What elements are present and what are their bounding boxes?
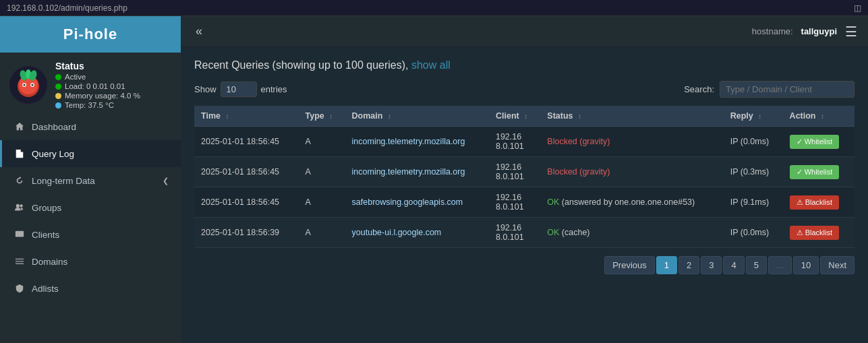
hamburger-button[interactable]: ☰ [845, 24, 857, 40]
whitelist-button[interactable]: ✓ Whitelist [790, 165, 840, 179]
status-cell: Blocked (gravity) [540, 127, 723, 157]
entries-select[interactable]: 10 25 50 100 [221, 82, 257, 97]
time-cell: 2025-01-01 18:56:45 [194, 127, 299, 157]
sidebar-item-label: Query Log [32, 149, 74, 159]
domain-cell: youtube-ui.l.google.com [345, 218, 489, 248]
hostname-label: hostname: [752, 26, 793, 36]
blacklist-button[interactable]: ⚠ Blacklist [790, 195, 839, 210]
table-row: 2025-01-01 18:56:39 A youtube-ui.l.googl… [194, 218, 855, 248]
sidebar: Pi-hole Stat [0, 16, 181, 343]
queries-table: Time ↕ Type ↕ Domain ↕ Client [194, 106, 855, 248]
action-cell[interactable]: ✓ Whitelist [783, 127, 855, 157]
sidebar-item-clients[interactable]: Clients [0, 221, 181, 248]
sort-icon: ↕ [821, 113, 824, 120]
time-column-header[interactable]: Time ↕ [194, 106, 299, 127]
search-label: Search: [684, 84, 714, 94]
client-cell: 192.168.0.101 [489, 157, 540, 187]
time-cell: 2025-01-01 18:56:45 [194, 157, 299, 187]
status-active-line: Active [55, 73, 140, 81]
status-memory-line: Memory usage: 4.0 % [55, 92, 140, 100]
reply-cell: IP (0.3ms) [724, 157, 783, 187]
page-4-button[interactable]: 4 [723, 256, 744, 274]
sidebar-title: Pi-hole [0, 16, 181, 53]
svg-point-7 [24, 84, 26, 86]
status-column-header[interactable]: Status ↕ [540, 106, 723, 127]
svg-rect-15 [16, 261, 24, 261]
action-cell[interactable]: ⚠ Blacklist [783, 218, 855, 248]
temp-label: Temp: 37.5 °C [65, 101, 114, 109]
avatar [9, 66, 47, 104]
sort-icon: ↕ [388, 113, 391, 120]
client-cell: 192.168.0.101 [489, 187, 540, 218]
domain-cell: safebrowsing.googleapis.com [345, 187, 489, 218]
sidebar-item-domains[interactable]: Domains [0, 248, 181, 275]
temp-dot [55, 102, 61, 108]
sidebar-item-long-term-data[interactable]: Long-term Data ❮ [0, 167, 181, 194]
type-cell: A [299, 157, 345, 187]
show-all-link[interactable]: show all [411, 59, 451, 71]
page-ellipsis: ... [768, 256, 792, 274]
table-header-row: Time ↕ Type ↕ Domain ↕ Client [194, 106, 855, 127]
page-title-prefix: Recent Queries (showing up to 100 querie… [194, 59, 409, 71]
type-column-header[interactable]: Type ↕ [299, 106, 345, 127]
table-body: 2025-01-01 18:56:45 A incoming.telemetry… [194, 127, 855, 248]
status-cell: OK (answered by one.one.one.one#53) [540, 187, 723, 218]
page-2-button[interactable]: 2 [678, 256, 699, 274]
sidebar-item-query-log[interactable]: Query Log [0, 140, 181, 167]
sort-icon: ↕ [329, 113, 332, 120]
reply-cell: IP (0.0ms) [724, 127, 783, 157]
status-blocked: Blocked (gravity) [547, 167, 610, 177]
main-content: Recent Queries (showing up to 100 querie… [181, 47, 868, 343]
sidebar-item-label: Dashboard [32, 122, 76, 132]
sidebar-item-dashboard[interactable]: Dashboard [0, 113, 181, 140]
collapse-sidebar-button[interactable]: « [192, 22, 206, 41]
reply-column-header[interactable]: Reply ↕ [724, 106, 783, 127]
sidebar-item-adlists[interactable]: Adlists [0, 275, 181, 302]
time-cell: 2025-01-01 18:56:39 [194, 218, 299, 248]
next-button[interactable]: Next [820, 256, 855, 274]
table-row: 2025-01-01 18:56:45 A incoming.telemetry… [194, 127, 855, 157]
top-right-controls: hostname: tallguypi ☰ [752, 24, 857, 40]
client-column-header[interactable]: Client ↕ [489, 106, 540, 127]
svg-rect-14 [16, 259, 24, 259]
page-5-button[interactable]: 5 [746, 256, 767, 274]
sort-icon: ↕ [578, 113, 581, 120]
load-label: Load: 0 0.01 0.01 [65, 82, 125, 90]
home-icon [14, 121, 25, 132]
action-cell[interactable]: ✓ Whitelist [783, 157, 855, 187]
users-icon [14, 202, 25, 213]
memory-label: Memory usage: 4.0 % [65, 92, 140, 100]
prev-button[interactable]: Previous [604, 256, 655, 274]
type-cell: A [299, 187, 345, 218]
table-header: Time ↕ Type ↕ Domain ↕ Client [194, 106, 855, 127]
status-cell: OK (cache) [540, 218, 723, 248]
monitor-icon [14, 229, 25, 240]
client-cell: 192.168.0.101 [489, 127, 540, 157]
page-1-button[interactable]: 1 [656, 256, 677, 274]
file-icon [14, 148, 25, 159]
whitelist-button[interactable]: ✓ Whitelist [790, 135, 840, 149]
active-dot [55, 74, 61, 80]
show-entries-control: Show 10 25 50 100 entries [194, 82, 287, 97]
page-3-button[interactable]: 3 [701, 256, 722, 274]
top-header: « hostname: tallguypi ☰ [181, 16, 868, 47]
list-icon [14, 256, 25, 267]
sidebar-item-groups[interactable]: Groups [0, 194, 181, 221]
domain-column-header[interactable]: Domain ↕ [345, 106, 489, 127]
pagination: Previous 1 2 3 4 5 ... 10 Next [194, 256, 855, 274]
active-label: Active [65, 73, 86, 81]
svg-point-12 [20, 204, 22, 207]
status-temp-line: Temp: 37.5 °C [55, 101, 140, 109]
svg-rect-10 [18, 155, 21, 156]
status-cell: Blocked (gravity) [540, 157, 723, 187]
action-cell[interactable]: ⚠ Blacklist [783, 187, 855, 218]
search-input[interactable] [720, 81, 855, 98]
svg-rect-13 [16, 231, 24, 237]
sort-icon: ↕ [758, 113, 761, 120]
blacklist-button[interactable]: ⚠ Blacklist [790, 226, 839, 240]
status-info: Status Active Load: 0 0.01 0.01 Memory u… [55, 61, 140, 109]
sidebar-item-label: Domains [32, 257, 67, 267]
action-column-header[interactable]: Action ↕ [783, 106, 855, 127]
page-10-button[interactable]: 10 [793, 256, 819, 274]
shield-icon [14, 283, 25, 294]
